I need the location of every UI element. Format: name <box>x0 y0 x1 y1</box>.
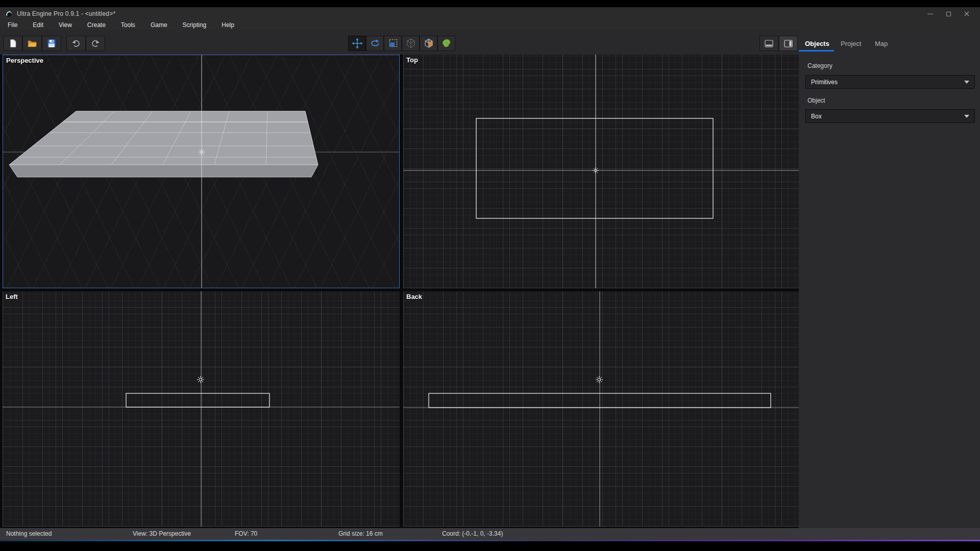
minimize-button[interactable] <box>921 7 939 20</box>
menu-view[interactable]: View <box>51 20 80 30</box>
save-file-button[interactable] <box>42 36 61 51</box>
viewport-perspective[interactable]: Perspective <box>3 55 400 288</box>
menu-scripting[interactable]: Scripting <box>175 20 214 30</box>
status-bar: Nothing selected View: 3D Perspective FO… <box>0 528 980 540</box>
close-icon <box>964 11 969 16</box>
menu-edit[interactable]: Edit <box>25 20 51 30</box>
bottom-panel-toggle-icon <box>765 40 773 47</box>
menu-bar: File Edit View Create Tools Game Scripti… <box>0 20 980 30</box>
undo-icon <box>71 38 81 48</box>
menu-file[interactable]: File <box>0 20 25 30</box>
back-scene <box>403 291 799 527</box>
rotate-tool-icon <box>370 38 381 49</box>
right-panel-toggle-icon <box>784 40 793 47</box>
textured-cube-icon <box>423 38 434 49</box>
bottom-margin <box>0 541 980 551</box>
right-panel-toggle-button[interactable] <box>779 36 798 51</box>
status-fov: FOV: 70 <box>235 528 257 540</box>
light-gizmo <box>596 376 603 383</box>
menu-help[interactable]: Help <box>214 20 242 30</box>
wireframe-cube-icon <box>405 38 416 49</box>
viewport-back-label: Back <box>406 293 422 300</box>
maximize-button[interactable] <box>939 7 958 20</box>
close-button[interactable] <box>958 7 976 20</box>
viewport-area: Perspective <box>0 55 799 528</box>
textured-cube-button[interactable] <box>420 36 437 51</box>
tab-project[interactable]: Project <box>841 40 861 47</box>
box-outline <box>126 393 270 407</box>
viewport-left[interactable]: Left <box>3 291 400 527</box>
new-file-button[interactable] <box>3 36 22 51</box>
save-icon <box>46 38 57 48</box>
maximize-icon <box>946 12 951 16</box>
rotate-tool-button[interactable] <box>366 36 384 51</box>
wireframe-cube-button[interactable] <box>402 36 420 51</box>
window-controls <box>921 7 976 20</box>
move-tool-button[interactable] <box>348 36 366 51</box>
status-grid-size: Grid size: 16 cm <box>338 528 383 540</box>
new-file-icon <box>8 38 18 48</box>
undo-button[interactable] <box>66 36 86 51</box>
category-dropdown[interactable]: Primitives <box>805 75 975 89</box>
scale-tool-icon <box>387 38 399 49</box>
title-bar: Ultra Engine Pro 0.9.1 - <untitled>* <box>0 7 980 20</box>
viewport-top-label: Top <box>406 56 418 64</box>
chevron-down-icon <box>964 115 969 118</box>
right-panel: Objects Project Map Category Primitives … <box>799 30 980 528</box>
scale-tool-button[interactable] <box>384 36 402 51</box>
menu-create[interactable]: Create <box>80 20 113 30</box>
open-folder-icon <box>27 38 37 48</box>
vegetation-tool-button[interactable] <box>437 36 455 51</box>
status-selection: Nothing selected <box>6 528 52 540</box>
tab-map[interactable]: Map <box>875 40 888 47</box>
perspective-scene <box>3 55 400 288</box>
category-label: Category <box>807 62 832 69</box>
window-title: Ultra Engine Pro 0.9.1 - <untitled>* <box>17 10 115 17</box>
viewport-top[interactable]: Top <box>403 55 799 288</box>
redo-button[interactable] <box>86 36 105 51</box>
object-value: Box <box>811 113 964 120</box>
box-outline <box>476 118 713 218</box>
viewport-back[interactable]: Back <box>403 291 799 527</box>
menu-tools[interactable]: Tools <box>113 20 143 30</box>
menu-game[interactable]: Game <box>143 20 175 30</box>
viewport-perspective-label: Perspective <box>6 57 43 64</box>
move-tool-icon <box>352 38 363 49</box>
object-label: Object <box>807 97 825 104</box>
vegetation-tool-icon <box>441 38 452 49</box>
left-scene <box>3 291 400 527</box>
category-value: Primitives <box>811 79 964 86</box>
minimize-icon <box>927 14 933 14</box>
status-view: View: 3D Perspective <box>133 528 191 540</box>
chevron-down-icon <box>964 81 969 84</box>
status-coord: Coord: (-0.-1, 0, -3.34) <box>442 528 503 540</box>
tab-objects[interactable]: Objects <box>805 40 829 47</box>
toolbar <box>0 30 799 55</box>
light-gizmo <box>197 376 204 383</box>
open-file-button[interactable] <box>22 36 42 51</box>
top-scene <box>403 55 799 288</box>
bottom-panel-toggle-button[interactable] <box>760 36 778 51</box>
viewport-left-label: Left <box>6 293 18 300</box>
app-logo-icon <box>5 10 12 18</box>
active-tab-underline <box>799 50 834 52</box>
redo-icon <box>90 38 101 48</box>
object-dropdown[interactable]: Box <box>805 109 975 123</box>
